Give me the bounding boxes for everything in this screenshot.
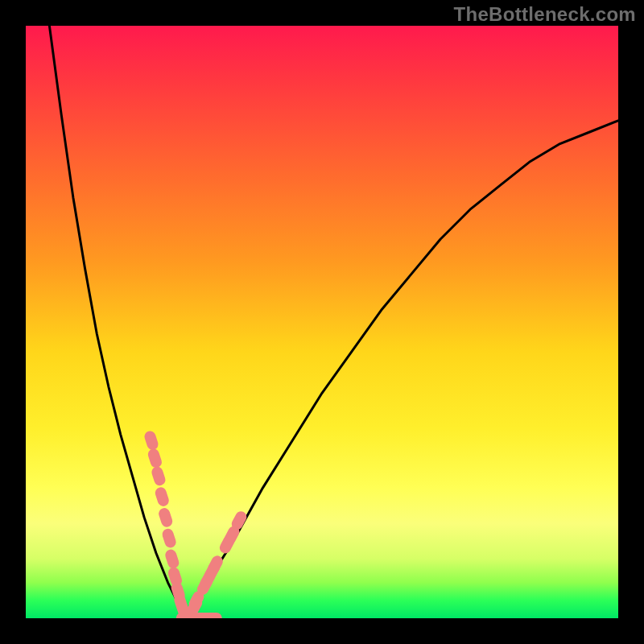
annotation-dot — [151, 465, 167, 487]
annotation-dot — [217, 533, 237, 555]
annotation-dot — [185, 595, 204, 617]
annotation-dot — [203, 613, 222, 618]
curve-right-arm — [186, 121, 618, 618]
annotation-dot — [175, 601, 192, 618]
annotation-dot — [163, 548, 180, 570]
curve-layer — [49, 26, 618, 618]
annotation-dot — [222, 524, 242, 547]
annotation-dot — [203, 559, 222, 582]
annotation-dot — [194, 613, 213, 618]
annotation-dot — [206, 554, 225, 576]
annotation-dot — [161, 527, 178, 549]
annotation-dot — [176, 613, 196, 618]
annotation-dot — [185, 613, 204, 618]
plot-area — [26, 26, 618, 618]
annotation-dot — [143, 430, 160, 452]
annotation-dot — [229, 510, 249, 532]
annotation-dot — [179, 607, 196, 618]
annotation-dot — [170, 580, 187, 602]
annotation-dot — [157, 506, 174, 528]
annotation-dot — [172, 592, 189, 614]
chart-overlay-svg — [26, 26, 618, 618]
annotation-dots-layer — [143, 430, 249, 618]
chart-stage: TheBottleneck.com — [0, 0, 644, 644]
watermark-text: TheBottleneck.com — [454, 3, 636, 26]
annotation-dot — [147, 448, 163, 469]
annotation-dot — [195, 575, 214, 597]
annotation-dot — [167, 566, 184, 588]
annotation-dot — [187, 589, 206, 612]
annotation-dot — [154, 486, 171, 508]
curve-left-arm — [49, 26, 185, 618]
annotation-dot — [198, 568, 217, 591]
